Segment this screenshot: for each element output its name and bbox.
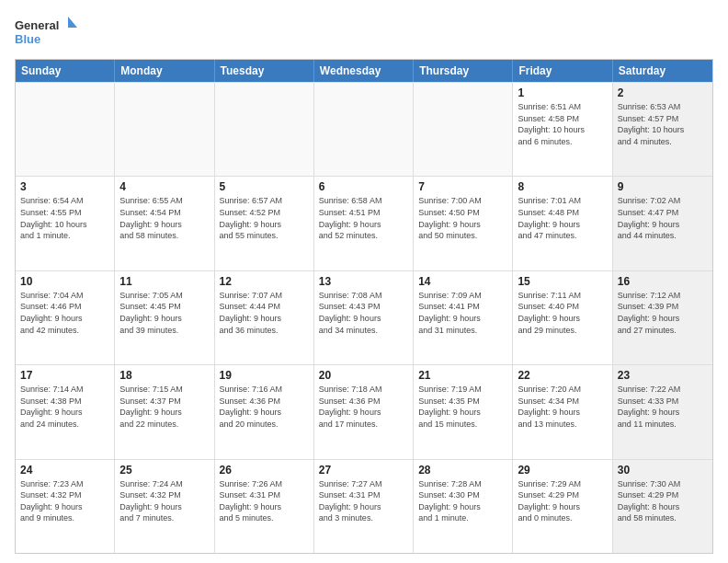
day-info: Sunrise: 7:30 AM Sunset: 4:29 PM Dayligh…	[618, 478, 708, 524]
calendar-cell: 16Sunrise: 7:12 AM Sunset: 4:39 PM Dayli…	[613, 271, 712, 364]
header-day: Tuesday	[215, 60, 314, 82]
day-info: Sunrise: 7:07 AM Sunset: 4:44 PM Dayligh…	[220, 290, 309, 336]
header-day: Sunday	[16, 60, 115, 82]
calendar-cell: 18Sunrise: 7:15 AM Sunset: 4:37 PM Dayli…	[115, 365, 214, 458]
day-info: Sunrise: 6:57 AM Sunset: 4:52 PM Dayligh…	[220, 195, 309, 241]
page-header: General Blue	[15, 15, 713, 52]
day-info: Sunrise: 7:28 AM Sunset: 4:30 PM Dayligh…	[418, 478, 507, 524]
day-number: 4	[119, 180, 209, 193]
day-info: Sunrise: 7:02 AM Sunset: 4:47 PM Dayligh…	[618, 195, 708, 241]
calendar-cell	[414, 83, 513, 176]
calendar-cell	[16, 83, 115, 176]
day-number: 22	[518, 369, 607, 382]
day-info: Sunrise: 7:09 AM Sunset: 4:41 PM Dayligh…	[418, 290, 507, 336]
calendar-cell: 24Sunrise: 7:23 AM Sunset: 4:32 PM Dayli…	[16, 460, 115, 553]
calendar-cell: 12Sunrise: 7:07 AM Sunset: 4:44 PM Dayli…	[215, 271, 314, 364]
calendar-cell: 4Sunrise: 6:55 AM Sunset: 4:54 PM Daylig…	[115, 177, 214, 270]
day-info: Sunrise: 6:53 AM Sunset: 4:57 PM Dayligh…	[618, 101, 708, 147]
calendar-row: 10Sunrise: 7:04 AM Sunset: 4:46 PM Dayli…	[16, 270, 712, 364]
day-info: Sunrise: 7:18 AM Sunset: 4:36 PM Dayligh…	[319, 384, 408, 430]
calendar-cell: 15Sunrise: 7:11 AM Sunset: 4:40 PM Dayli…	[513, 271, 612, 364]
day-number: 17	[20, 369, 109, 382]
calendar-cell: 9Sunrise: 7:02 AM Sunset: 4:47 PM Daylig…	[613, 177, 712, 270]
day-number: 15	[518, 275, 607, 288]
day-info: Sunrise: 6:55 AM Sunset: 4:54 PM Dayligh…	[119, 195, 209, 241]
calendar-cell	[115, 83, 214, 176]
calendar-row: 17Sunrise: 7:14 AM Sunset: 4:38 PM Dayli…	[16, 364, 712, 458]
calendar-header: SundayMondayTuesdayWednesdayThursdayFrid…	[16, 60, 712, 82]
day-number: 30	[618, 464, 708, 477]
calendar-cell: 1Sunrise: 6:51 AM Sunset: 4:58 PM Daylig…	[513, 83, 612, 176]
calendar-body: 1Sunrise: 6:51 AM Sunset: 4:58 PM Daylig…	[16, 82, 712, 553]
day-info: Sunrise: 7:15 AM Sunset: 4:37 PM Dayligh…	[119, 384, 209, 430]
calendar-cell: 30Sunrise: 7:30 AM Sunset: 4:29 PM Dayli…	[613, 460, 712, 553]
day-info: Sunrise: 7:05 AM Sunset: 4:45 PM Dayligh…	[119, 290, 209, 336]
svg-marker-2	[68, 17, 77, 28]
day-info: Sunrise: 7:12 AM Sunset: 4:39 PM Dayligh…	[618, 290, 708, 336]
day-number: 5	[220, 180, 309, 193]
header-day: Friday	[513, 60, 612, 82]
day-number: 3	[20, 180, 109, 193]
calendar-cell: 6Sunrise: 6:58 AM Sunset: 4:51 PM Daylig…	[314, 177, 414, 270]
header-day: Saturday	[613, 60, 712, 82]
day-info: Sunrise: 7:27 AM Sunset: 4:31 PM Dayligh…	[319, 478, 408, 524]
calendar-cell: 10Sunrise: 7:04 AM Sunset: 4:46 PM Dayli…	[16, 271, 115, 364]
day-info: Sunrise: 6:51 AM Sunset: 4:58 PM Dayligh…	[518, 101, 607, 147]
calendar-row: 1Sunrise: 6:51 AM Sunset: 4:58 PM Daylig…	[16, 82, 712, 176]
day-number: 23	[618, 369, 708, 382]
day-number: 9	[618, 180, 708, 193]
calendar-cell	[215, 83, 314, 176]
calendar-cell: 13Sunrise: 7:08 AM Sunset: 4:43 PM Dayli…	[314, 271, 414, 364]
day-info: Sunrise: 7:04 AM Sunset: 4:46 PM Dayligh…	[20, 290, 109, 336]
day-number: 6	[319, 180, 408, 193]
calendar-cell: 26Sunrise: 7:26 AM Sunset: 4:31 PM Dayli…	[215, 460, 314, 553]
day-number: 19	[220, 369, 309, 382]
day-number: 8	[518, 180, 607, 193]
day-number: 16	[618, 275, 708, 288]
calendar-cell: 7Sunrise: 7:00 AM Sunset: 4:50 PM Daylig…	[414, 177, 513, 270]
calendar-cell: 14Sunrise: 7:09 AM Sunset: 4:41 PM Dayli…	[414, 271, 513, 364]
calendar-cell: 29Sunrise: 7:29 AM Sunset: 4:29 PM Dayli…	[513, 460, 612, 553]
day-info: Sunrise: 7:11 AM Sunset: 4:40 PM Dayligh…	[518, 290, 607, 336]
calendar-cell: 28Sunrise: 7:28 AM Sunset: 4:30 PM Dayli…	[414, 460, 513, 553]
calendar-cell: 23Sunrise: 7:22 AM Sunset: 4:33 PM Dayli…	[613, 365, 712, 458]
day-number: 25	[119, 464, 209, 477]
day-info: Sunrise: 7:01 AM Sunset: 4:48 PM Dayligh…	[518, 195, 607, 241]
calendar-cell: 21Sunrise: 7:19 AM Sunset: 4:35 PM Dayli…	[414, 365, 513, 458]
day-info: Sunrise: 7:19 AM Sunset: 4:35 PM Dayligh…	[418, 384, 507, 430]
day-number: 21	[418, 369, 507, 382]
day-number: 20	[319, 369, 408, 382]
calendar-row: 24Sunrise: 7:23 AM Sunset: 4:32 PM Dayli…	[16, 459, 712, 553]
calendar: SundayMondayTuesdayWednesdayThursdayFrid…	[15, 59, 713, 554]
svg-text:Blue: Blue	[15, 32, 40, 46]
day-number: 14	[418, 275, 507, 288]
day-info: Sunrise: 7:20 AM Sunset: 4:34 PM Dayligh…	[518, 384, 607, 430]
day-info: Sunrise: 7:26 AM Sunset: 4:31 PM Dayligh…	[220, 478, 309, 524]
calendar-cell: 8Sunrise: 7:01 AM Sunset: 4:48 PM Daylig…	[513, 177, 612, 270]
day-number: 11	[119, 275, 209, 288]
day-info: Sunrise: 7:08 AM Sunset: 4:43 PM Dayligh…	[319, 290, 408, 336]
day-info: Sunrise: 7:22 AM Sunset: 4:33 PM Dayligh…	[618, 384, 708, 430]
day-number: 13	[319, 275, 408, 288]
calendar-cell: 2Sunrise: 6:53 AM Sunset: 4:57 PM Daylig…	[613, 83, 712, 176]
logo: General Blue	[15, 15, 79, 52]
calendar-cell: 25Sunrise: 7:24 AM Sunset: 4:32 PM Dayli…	[115, 460, 214, 553]
svg-text:General: General	[15, 18, 59, 32]
day-number: 29	[518, 464, 607, 477]
calendar-cell: 5Sunrise: 6:57 AM Sunset: 4:52 PM Daylig…	[215, 177, 314, 270]
header-day: Thursday	[414, 60, 513, 82]
day-number: 2	[618, 86, 708, 99]
day-info: Sunrise: 7:24 AM Sunset: 4:32 PM Dayligh…	[119, 478, 209, 524]
day-info: Sunrise: 7:16 AM Sunset: 4:36 PM Dayligh…	[220, 384, 309, 430]
calendar-cell: 19Sunrise: 7:16 AM Sunset: 4:36 PM Dayli…	[215, 365, 314, 458]
day-number: 24	[20, 464, 109, 477]
day-number: 18	[119, 369, 209, 382]
day-info: Sunrise: 7:14 AM Sunset: 4:38 PM Dayligh…	[20, 384, 109, 430]
day-info: Sunrise: 7:00 AM Sunset: 4:50 PM Dayligh…	[418, 195, 507, 241]
calendar-cell	[314, 83, 414, 176]
day-info: Sunrise: 6:54 AM Sunset: 4:55 PM Dayligh…	[20, 195, 109, 241]
calendar-cell: 11Sunrise: 7:05 AM Sunset: 4:45 PM Dayli…	[115, 271, 214, 364]
day-number: 27	[319, 464, 408, 477]
calendar-cell: 27Sunrise: 7:27 AM Sunset: 4:31 PM Dayli…	[314, 460, 414, 553]
day-info: Sunrise: 7:29 AM Sunset: 4:29 PM Dayligh…	[518, 478, 607, 524]
